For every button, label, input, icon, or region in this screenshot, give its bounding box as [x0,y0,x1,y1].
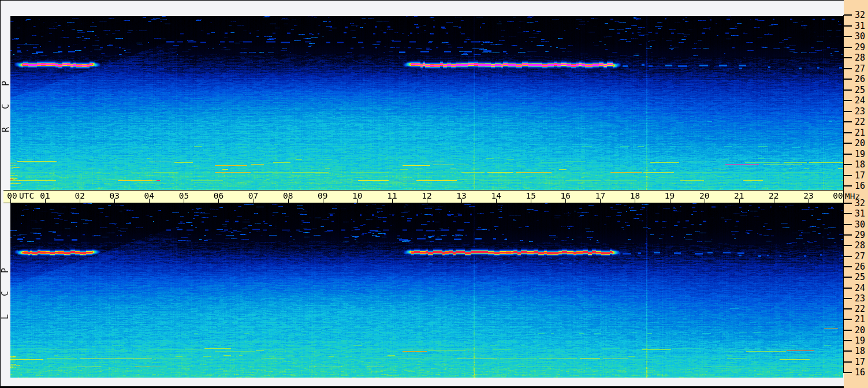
frequency-tick-label: 17 [852,170,867,181]
frequency-tick-label: 29 [852,230,867,240]
frequency-tick [844,68,852,69]
frequency-axis: MHz 323130292827262524232221201918171632… [844,0,868,388]
time-tick-label: 07 [247,191,260,200]
frequency-tick-label: 23 [852,106,867,117]
frequency-tick-label: 16 [852,181,867,191]
frequency-tick [844,185,852,186]
lcp-polarization-label: L C P [1,203,10,378]
frequency-tick [844,164,852,165]
frequency-tick [844,213,852,214]
frequency-tick-label: 25 [852,85,867,95]
frequency-tick [844,319,852,320]
time-tick-label: 17 [594,191,606,200]
time-tick-label: 09 [316,191,329,200]
frequency-tick-label: 31 [852,208,867,219]
time-tick-label: 11 [386,191,398,200]
frequency-tick [844,89,852,91]
frequency-tick [844,256,852,257]
rcp-polarization-label: R C P [1,16,10,190]
time-tick-label: 04 [143,191,155,200]
left-border [0,0,1,386]
frequency-tick [844,175,852,176]
frequency-tick [844,121,852,122]
utc-unit-label: UTC [19,191,34,200]
time-tick-label: 13 [455,191,468,200]
frequency-tick-label: 18 [852,159,867,170]
frequency-tick [844,224,852,225]
frequency-tick-label: 29 [852,42,867,53]
time-tick-label: 14 [490,191,502,200]
time-tick-label: 15 [524,191,537,200]
frequency-tick [844,79,852,80]
frequency-tick [844,25,852,27]
frequency-tick [844,330,852,331]
time-tick-label: 01 [39,191,51,200]
spectrogram-rcp-panel [10,16,843,190]
frequency-tick-label: 19 [852,335,867,346]
frequency-tick-label: 28 [852,53,867,63]
frequency-tick [844,372,852,373]
frequency-tick [844,266,852,267]
frequency-tick-label: 27 [852,251,867,262]
frequency-tick-label: 23 [852,293,867,304]
spectrogram-lcp-panel [10,203,843,378]
time-tick-label: 05 [177,191,190,200]
frequency-tick [844,36,852,37]
time-tick-label: 02 [73,191,86,200]
time-tick-label: 22 [768,191,780,200]
frequency-tick-label: 20 [852,325,867,335]
time-tick-label: 08 [282,191,295,200]
frequency-tick [844,111,852,112]
time-axis: UTC 000102030405060708091011121314151617… [3,190,844,203]
frequency-tick [844,350,852,352]
frequency-tick [844,340,852,341]
time-tick-label: 03 [108,191,121,200]
frequency-tick [844,203,852,204]
frequency-tick [844,154,852,155]
time-tick-label: 12 [420,191,433,200]
time-tick-label: 00 [832,191,844,200]
frequency-tick [844,132,852,133]
frequency-tick-label: 18 [852,346,867,356]
frequency-tick-label: 21 [852,128,867,138]
frequency-tick [844,361,852,363]
frequency-tick-label: 22 [852,117,867,127]
frequency-tick [844,277,852,278]
time-tick-label: 10 [351,191,364,200]
time-tick-label: 18 [628,191,641,200]
top-border [0,0,844,1]
frequency-tick-label: 30 [852,31,867,42]
frequency-tick-label: 25 [852,272,867,282]
frequency-tick-label: 32 [852,198,867,208]
spectrograph-window: AJ4CO Observatory 05 Jun 2014 - DPS on T… [0,0,868,388]
frequency-tick-label: 26 [852,262,867,272]
frequency-tick-label: 22 [852,304,867,314]
frequency-tick-label: 30 [852,219,867,230]
frequency-tick-label: 20 [852,138,867,148]
time-tick-label: 23 [802,191,815,200]
frequency-tick [844,14,852,16]
time-tick-label: 21 [733,191,746,200]
time-tick-label: 06 [212,191,225,200]
frequency-tick-label: 17 [852,357,867,367]
frequency-tick-label: 24 [852,95,867,106]
frequency-tick [844,245,852,246]
frequency-tick [844,57,852,58]
time-tick-label: 16 [559,191,572,200]
frequency-tick [844,234,852,236]
title-bar: AJ4CO Observatory 05 Jun 2014 - DPS on T… [0,0,844,16]
frequency-tick-label: 28 [852,240,867,251]
frequency-tick-label: 16 [852,367,867,378]
time-tick-label: 00 [6,191,18,200]
frequency-tick [844,47,852,48]
frequency-tick [844,298,852,299]
frequency-tick [844,308,852,309]
frequency-tick-label: 24 [852,283,867,293]
frequency-tick [844,288,852,289]
frequency-tick-label: 32 [852,10,867,20]
time-tick-label: 19 [664,191,676,200]
frequency-tick-label: 27 [852,64,867,74]
frequency-tick-label: 21 [852,314,867,324]
frequency-tick-label: 31 [852,21,867,31]
time-tick-label: 20 [698,191,711,200]
